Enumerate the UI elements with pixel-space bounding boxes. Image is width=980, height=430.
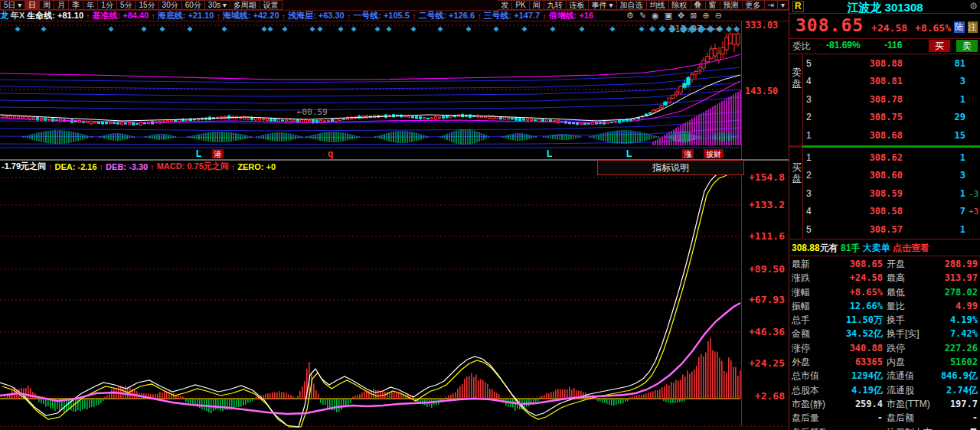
- tool-button-4[interactable]: 九转: [544, 0, 567, 10]
- event-markers[interactable]: L港qLL涨披财: [196, 148, 724, 159]
- event-badge: 披财: [706, 150, 721, 158]
- order-book-row[interactable]: 5308.571: [803, 221, 980, 239]
- indicator-value: MACD: 0.75元之间: [157, 161, 229, 172]
- period-button-11[interactable]: 60分: [182, 0, 205, 10]
- tool-button-5[interactable]: 连板: [567, 0, 589, 10]
- order-book-row[interactable]: 4308.587+3: [803, 203, 980, 220]
- period-button-6[interactable]: 年: [83, 0, 98, 10]
- period-button-12[interactable]: 30s ▾: [205, 0, 230, 10]
- event-badge: 涨: [684, 150, 692, 158]
- order-book-row[interactable]: 2308.7529: [803, 109, 980, 126]
- weibi-value: -81.69%: [826, 40, 861, 50]
- tool-button-12[interactable]: 预测: [720, 0, 743, 10]
- big-order-notice[interactable]: 308.88元有 81手 大卖单 点击查看: [792, 242, 978, 254]
- tool-button-9[interactable]: 除权: [669, 0, 691, 10]
- indicator-value: 三号线: +147.7: [484, 11, 541, 21]
- stats-row: 振幅12.66%量比4.99: [789, 299, 980, 313]
- indicator-help-button[interactable]: 指标说明: [597, 160, 744, 175]
- badge-lu[interactable]: 陆: [954, 21, 964, 33]
- notice-segment: 大卖单: [863, 243, 890, 253]
- period-button-9[interactable]: 15分: [136, 0, 158, 10]
- stats-row: 总股本4.19亿流通股2.74亿: [789, 383, 980, 397]
- order-book-row[interactable]: 4308.813: [803, 73, 980, 90]
- indicator-value: 龙: [0, 11, 8, 21]
- period-button-7[interactable]: 1分: [98, 0, 117, 10]
- buy-button[interactable]: 买: [929, 40, 950, 52]
- tool-button-13[interactable]: 更多: [743, 0, 765, 10]
- quote-header: R 江波龙 301308 ⚙: [789, 0, 980, 13]
- divider: [789, 239, 980, 239]
- macd-axis-label: +46.36: [749, 326, 785, 337]
- macd-histogram: [5, 338, 741, 413]
- panel-settings-gear-icon[interactable]: ⚙: [969, 1, 978, 11]
- tool-button-6[interactable]: 事件 ▾: [589, 0, 617, 10]
- pen-icon[interactable]: ✎: [639, 11, 646, 21]
- tool-button-1[interactable]: 发: [498, 0, 512, 10]
- indicator-value: ↑: [150, 162, 155, 171]
- zoom-in-icon[interactable]: ⊕: [703, 11, 710, 21]
- order-book-row[interactable]: 3308.591-3: [803, 185, 980, 203]
- indicator-value: 一号线: +105.5: [353, 11, 410, 21]
- dif-slow-line: [2, 167, 740, 427]
- price-row: 308.65 +24.58 +8.65% 陆 注: [795, 15, 978, 35]
- indicator-value: ZERO: +0: [237, 162, 276, 171]
- order-book: 卖盘 买盘 5308.88814308.8133308.7812308.7529…: [789, 54, 980, 239]
- divider: [789, 13, 980, 14]
- tool-button-2[interactable]: PK: [512, 0, 529, 10]
- price-axis-label: 143.50: [745, 86, 778, 96]
- notice-segment: 点击查看: [890, 243, 929, 253]
- stats-row: 市盈(静)259.4市盈(TTM)197.7: [789, 397, 980, 411]
- indicator-value: ↑: [231, 162, 236, 171]
- tool-button-10[interactable]: 叠: [691, 0, 706, 10]
- toolbar-more-dropdown-icon[interactable]: ▾: [778, 0, 789, 10]
- order-book-row[interactable]: 5308.8881: [803, 55, 980, 73]
- price-note-marker: ←00.59: [297, 107, 328, 117]
- tool-button-11[interactable]: 窗: [706, 0, 720, 10]
- indicator-value: 生命线: +81.10: [27, 11, 83, 21]
- macd-axis-label: +2.68: [755, 390, 785, 402]
- tool-button-3[interactable]: 间: [530, 0, 544, 10]
- indicator-value: ↑: [48, 162, 53, 171]
- indicator-value: ↑: [412, 11, 416, 21]
- stats-row: 总手11.50万换手4.19%: [789, 313, 980, 327]
- period-button-8[interactable]: 5分: [117, 0, 136, 10]
- order-book-row[interactable]: 1308.6815: [803, 127, 980, 145]
- eye-icon[interactable]: ◉: [652, 11, 659, 21]
- stats-table: 最新308.65开盘288.99涨跌+24.58最高313.97涨幅+8.65%…: [789, 257, 980, 430]
- order-book-row[interactable]: 2308.603: [803, 167, 980, 184]
- chart-tool-icons: ⚙✎◉▣✥⊠⊕⊖: [626, 10, 722, 21]
- order-book-row[interactable]: 1308.621: [803, 149, 980, 167]
- event-letter: L: [196, 148, 201, 159]
- collapse-right-icon[interactable]: ⇥: [765, 0, 778, 10]
- period-button-5[interactable]: 季: [69, 0, 83, 10]
- gear-icon[interactable]: ⚙: [626, 11, 634, 21]
- period-button-13[interactable]: 多周期: [230, 0, 260, 10]
- indicator-value: 年X: [11, 11, 24, 21]
- zoom-out-icon[interactable]: ⊖: [715, 11, 722, 21]
- window-icon[interactable]: ▣: [665, 11, 672, 21]
- stats-row: 最新308.65开盘288.99: [789, 257, 980, 271]
- macd-axis-label: +154.8: [749, 171, 785, 183]
- signal-diamonds: [15, 25, 740, 34]
- fan-lines: [0, 67, 740, 145]
- period-button-2[interactable]: 日: [25, 0, 40, 10]
- hand-icon[interactable]: ✥: [678, 11, 684, 21]
- period-button-3[interactable]: 周: [40, 0, 54, 10]
- indicator-value: 浅海层: +63.30: [288, 11, 345, 21]
- period-button-14[interactable]: 设置: [260, 0, 283, 10]
- lock-icon[interactable]: ⊠: [690, 11, 697, 21]
- period-button-1[interactable]: 5日 ▾: [0, 0, 25, 10]
- period-button-4[interactable]: 月: [54, 0, 69, 10]
- indicator-value: ↑: [100, 162, 104, 171]
- tool-button-8[interactable]: 均线: [647, 0, 669, 10]
- tool-button-7[interactable]: 加自选: [617, 0, 647, 10]
- weibi-label: 委比: [792, 40, 811, 53]
- sell-button[interactable]: 卖: [956, 40, 978, 52]
- divider: [789, 38, 980, 39]
- badge-zhu[interactable]: 注: [968, 21, 978, 33]
- candlestick-series: [2, 28, 740, 125]
- chart-canvas[interactable]: 313.97←00.59333.03143.50L港qLL涨披财+154.8+1…: [0, 0, 789, 430]
- period-button-10[interactable]: 30分: [159, 0, 182, 10]
- order-book-row[interactable]: 3308.781: [803, 91, 980, 109]
- ask-side-label: 卖盘: [792, 67, 802, 90]
